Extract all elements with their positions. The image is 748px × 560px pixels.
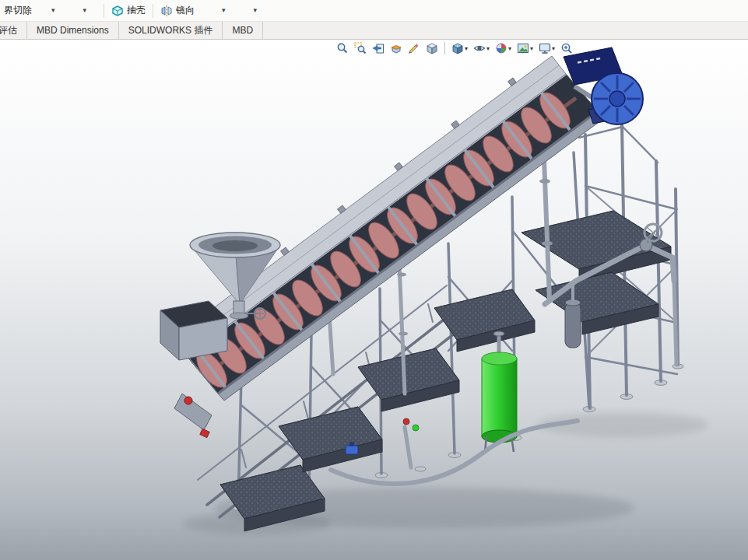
- command-toolbar: 界切除 ▾ ▾ 抽壳 镜向 ▾ ▾: [0, 0, 748, 22]
- tab-evaluate[interactable]: 评估: [0, 22, 27, 39]
- zoom-to-area-icon: [354, 42, 367, 54]
- 3d-drawing-view-icon: [408, 42, 420, 54]
- section-view-icon: [390, 42, 402, 54]
- solidworks-window: 界切除 ▾ ▾ 抽壳 镜向 ▾ ▾: [0, 0, 748, 560]
- previous-view-icon: [372, 42, 385, 54]
- zoom-to-fit-button[interactable]: [335, 40, 350, 56]
- tab-mbd[interactable]: MBD: [223, 22, 263, 39]
- hud-separator: [444, 42, 445, 54]
- magnify-icon: [560, 42, 573, 54]
- dropdown-caret-4[interactable]: ▾: [251, 5, 261, 16]
- zoom-to-fit-icon: [336, 42, 349, 54]
- tab-solidworks-addins[interactable]: SOLIDWORKS 插件: [119, 22, 223, 39]
- chevron-down-icon: ▾: [508, 45, 511, 52]
- model-canvas[interactable]: [0, 40, 748, 560]
- mirror-label: 镜向: [176, 4, 195, 17]
- view-settings-icon: [539, 42, 551, 54]
- boundary-cut-label: 界切除: [4, 4, 32, 17]
- edit-appearance-icon: [495, 42, 507, 54]
- boundary-cut-button[interactable]: 界切除: [0, 2, 36, 19]
- toolbar-separator: [153, 4, 153, 18]
- chevron-down-icon: ▾: [552, 45, 555, 52]
- feed-box[interactable]: [160, 301, 227, 360]
- dropdown-caret-1[interactable]: ▾: [48, 5, 58, 16]
- heads-up-toolbar: ▾ ▾ ▾ ▾: [335, 40, 574, 56]
- tab-mbd-dimensions[interactable]: MBD Dimensions: [27, 22, 119, 39]
- mirror-button[interactable]: 镜向: [156, 2, 198, 19]
- section-view-button[interactable]: [388, 40, 404, 56]
- view-orientation-button[interactable]: [424, 40, 440, 56]
- 3d-drawing-view-button[interactable]: [406, 40, 422, 56]
- chevron-down-icon: ▾: [465, 45, 468, 52]
- view-settings-button[interactable]: ▾: [537, 40, 557, 56]
- display-style-button[interactable]: ▾: [450, 40, 469, 56]
- hide-show-items-icon: [473, 42, 486, 54]
- shell-button[interactable]: 抽壳: [107, 2, 149, 19]
- magnify-button[interactable]: [559, 40, 574, 56]
- apply-scene-icon: [517, 42, 529, 54]
- graphics-viewport[interactable]: ▾ ▾ ▾ ▾: [0, 40, 748, 560]
- dropdown-caret-3[interactable]: ▾: [219, 5, 229, 16]
- dropdown-caret-2[interactable]: ▾: [80, 5, 90, 16]
- edit-appearance-button[interactable]: ▾: [493, 40, 513, 56]
- hide-show-items-button[interactable]: ▾: [472, 40, 491, 56]
- previous-view-button[interactable]: [370, 40, 386, 56]
- view-orientation-icon: [426, 42, 438, 54]
- apply-scene-button[interactable]: ▾: [515, 40, 535, 56]
- commandmanager-tabs: 评估 MBD Dimensions SOLIDWORKS 插件 MBD: [0, 22, 748, 40]
- chevron-down-icon: ▾: [486, 45, 490, 52]
- zoom-to-area-button[interactable]: [353, 40, 368, 56]
- toolbar-separator: [104, 4, 104, 18]
- shell-icon: [111, 5, 124, 17]
- tabbar-filler: [263, 22, 748, 39]
- mirror-icon: [160, 5, 173, 17]
- shell-label: 抽壳: [127, 4, 146, 17]
- display-style-icon: [451, 42, 464, 54]
- chevron-down-icon: ▾: [530, 45, 533, 52]
